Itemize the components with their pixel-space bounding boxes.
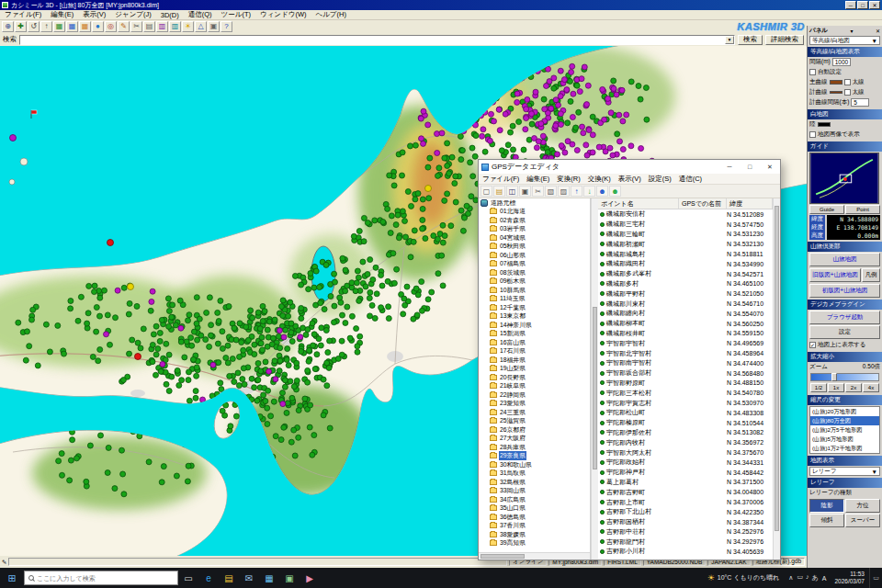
undo-icon[interactable]: ↺ — [28, 21, 40, 32]
waypoint-dot[interactable] — [402, 219, 408, 224]
waypoint-dot[interactable] — [321, 413, 326, 418]
waypoint-dot[interactable] — [400, 173, 405, 178]
tree-item[interactable]: 18福井県 — [479, 356, 590, 365]
waypoint-dot[interactable] — [353, 288, 358, 294]
waypoint-row[interactable]: 磯城郡平野村N 34.521050 — [598, 288, 773, 299]
zoom-slider[interactable] — [810, 373, 879, 381]
waypoint-row[interactable]: 宇陀郡松山町N 34.483308 — [598, 408, 773, 418]
taskbar-search-input[interactable] — [37, 575, 156, 582]
waypoint-dot[interactable] — [126, 311, 131, 317]
waypoint-dot[interactable] — [233, 413, 239, 419]
waypoint-dot[interactable] — [98, 433, 104, 438]
waypoint-dot[interactable] — [442, 233, 447, 239]
waypoint-dot[interactable] — [276, 334, 281, 339]
waypoint-dot[interactable] — [286, 363, 291, 368]
waypoint-dot[interactable] — [252, 352, 257, 357]
waypoint-dot[interactable] — [408, 143, 413, 149]
waypoint-row[interactable]: 磯城郡初瀬町N 34.532130 — [598, 239, 773, 249]
waypoint-dot[interactable] — [262, 309, 267, 314]
waypoint-dot[interactable] — [179, 378, 185, 383]
waypoint-dot[interactable] — [370, 277, 376, 282]
waypoint-dot[interactable] — [299, 282, 304, 288]
waypoint-dot[interactable] — [542, 107, 548, 112]
waypoint-dot[interactable] — [191, 356, 197, 362]
waypoint-dot[interactable] — [581, 130, 586, 136]
advanced-search-button[interactable]: 詳細検索 — [765, 35, 804, 45]
waypoint-dot[interactable] — [94, 329, 99, 334]
tree-item[interactable]: 23愛知県 — [479, 400, 590, 409]
tree-item[interactable]: 21岐阜県 — [479, 382, 590, 391]
waypoint-dot[interactable] — [209, 322, 214, 328]
waypoint-dot[interactable] — [355, 349, 360, 355]
waypoint-dot[interactable] — [473, 133, 479, 139]
waypoint-row[interactable]: 宇智郡南宇智村N 34.474400 — [598, 358, 773, 368]
waypoint-dot[interactable] — [215, 341, 220, 346]
waypoint-dot[interactable] — [153, 323, 159, 329]
waypoint-dot[interactable] — [368, 257, 373, 263]
waypoint-dot[interactable] — [158, 368, 164, 374]
task-view-icon[interactable]: ▭ — [178, 568, 198, 588]
waypoint-row[interactable]: 磯城郡川東村N 34.546710 — [598, 299, 773, 309]
waypoint-dot[interactable] — [442, 155, 447, 161]
waypoint-dot[interactable] — [374, 291, 379, 297]
waypoint-dot[interactable] — [369, 302, 375, 308]
waypoint-dot[interactable] — [435, 151, 440, 156]
waypoint-dot[interactable] — [548, 106, 554, 111]
waypoint-dot[interactable] — [391, 183, 397, 188]
waypoint-dot[interactable] — [220, 345, 225, 351]
waypoint-dot[interactable] — [644, 117, 650, 122]
waypoint-row[interactable]: 吉野郡龍門村N 34.292976 — [598, 537, 773, 547]
waypoint-dot[interactable] — [281, 424, 287, 430]
waypoint-dot[interactable] — [182, 355, 187, 360]
waypoint-dot[interactable] — [249, 376, 254, 381]
tree-item[interactable]: 37香川県 — [479, 522, 590, 531]
waypoint-dot[interactable] — [421, 141, 426, 146]
waypoint-dot[interactable] — [480, 133, 485, 139]
tree-vertical-scrollbar[interactable] — [591, 198, 598, 560]
waypoint-dot[interactable] — [555, 152, 560, 157]
gps-menu-item[interactable]: 通信(C) — [675, 175, 706, 184]
waypoint-dot[interactable] — [312, 367, 318, 372]
tree-item[interactable]: 24三重県 — [479, 408, 590, 417]
waypoint-dot[interactable] — [448, 223, 454, 229]
waypoint-row[interactable]: 磯城郡多武峯村N 34.542571 — [598, 269, 773, 279]
paste-icon[interactable]: ▨ — [558, 186, 570, 197]
waypoint-dot[interactable] — [458, 133, 463, 139]
waypoint-dot[interactable] — [227, 373, 232, 379]
tree-item[interactable]: 13東京都 — [479, 312, 590, 322]
waypoint-dot[interactable] — [210, 362, 216, 368]
waypoint-dot[interactable] — [305, 327, 311, 333]
waypoint-dot[interactable] — [439, 253, 445, 258]
waypoint-row[interactable]: 磯城郡多村N 34.465100 — [598, 279, 773, 289]
waypoint-dot[interactable] — [420, 226, 425, 232]
waypoint-dot[interactable] — [470, 174, 476, 179]
waypoint-dot[interactable] — [385, 278, 390, 284]
waypoint-dot[interactable] — [164, 341, 169, 346]
download-gps-icon[interactable]: ↓ — [583, 186, 595, 197]
waypoint-dot[interactable] — [273, 377, 278, 382]
tray-icon-2[interactable]: あ — [812, 573, 819, 582]
waypoint-dot[interactable] — [233, 337, 239, 343]
waypoint-dot[interactable] — [87, 443, 93, 448]
waypoint-dot[interactable] — [294, 378, 300, 383]
first-edition-map-button[interactable]: 初版図+山旅地図 — [809, 284, 880, 298]
relief-button[interactable]: 陰影 — [809, 499, 844, 513]
auto-checkbox[interactable] — [809, 69, 816, 75]
waypoint-dot[interactable] — [568, 79, 573, 85]
waypoint-dot[interactable] — [187, 369, 192, 375]
search-input[interactable] — [20, 36, 725, 44]
waypoint-dot[interactable] — [459, 148, 465, 153]
waypoint-row[interactable]: 宇陀郡伊那佐村N 34.513082 — [598, 428, 773, 438]
waypoint-dot[interactable] — [141, 326, 146, 332]
waypoint-dot[interactable] — [237, 321, 243, 326]
map-blue-icon[interactable]: ▦ — [66, 21, 78, 32]
tree-item[interactable]: 19山梨県 — [479, 365, 590, 374]
waypoint-dot[interactable] — [323, 328, 329, 334]
waypoint-dot[interactable] — [328, 294, 334, 300]
waypoint-dot[interactable] — [106, 445, 111, 450]
waypoint-dot[interactable] — [291, 384, 297, 390]
pan-icon[interactable]: ✚ — [15, 21, 27, 32]
index-interval-input[interactable]: 5 — [851, 98, 869, 107]
browser-launch-button[interactable]: ブラウザ起動 — [809, 311, 880, 324]
waypoint-dot[interactable] — [62, 351, 67, 356]
